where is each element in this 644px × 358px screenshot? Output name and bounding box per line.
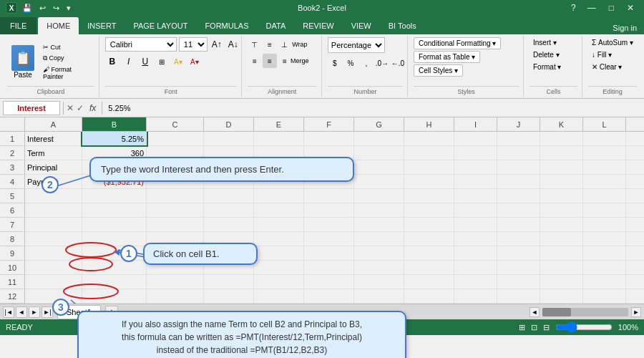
border-button[interactable]: ⊞ xyxy=(155,54,169,69)
cell-A2[interactable]: Term xyxy=(25,146,82,160)
page-layout-btn[interactable]: ⊞ xyxy=(519,323,525,332)
row-num-10[interactable]: 10 xyxy=(0,261,24,275)
cell-C7[interactable] xyxy=(147,218,204,231)
cell-B11[interactable] xyxy=(82,275,147,289)
cell-B6[interactable] xyxy=(82,203,147,217)
cell-K2[interactable] xyxy=(540,146,583,160)
cell-J11[interactable] xyxy=(497,275,540,289)
row-num-3[interactable]: 3 xyxy=(0,160,24,175)
cell-I6[interactable] xyxy=(454,203,497,217)
tab-insert[interactable]: INSERT xyxy=(79,17,125,34)
cell-M10[interactable] xyxy=(626,261,644,274)
cell-E11[interactable] xyxy=(254,275,304,289)
scroll-right-btn[interactable]: ► xyxy=(631,307,641,317)
cell-I9[interactable] xyxy=(454,246,497,260)
cell-G1[interactable] xyxy=(354,132,404,145)
row-num-11[interactable]: 11 xyxy=(0,275,24,289)
prev-sheet-btn[interactable]: ◄ xyxy=(16,306,27,318)
row-num-12[interactable]: 12 xyxy=(0,289,24,304)
cell-J4[interactable] xyxy=(497,175,540,188)
cell-H7[interactable] xyxy=(404,218,454,231)
cell-G3[interactable] xyxy=(354,160,404,174)
font-size-select[interactable]: 11 xyxy=(179,37,208,52)
fill-button[interactable]: ↓ Fill ▾ xyxy=(588,49,615,60)
cell-E8[interactable] xyxy=(254,232,304,246)
cell-H12[interactable] xyxy=(404,289,454,303)
save-quick-btn[interactable]: 💾 xyxy=(20,3,34,14)
tab-data[interactable]: DATA xyxy=(258,17,295,34)
cell-L3[interactable] xyxy=(583,160,626,174)
row-num-9[interactable]: 9 xyxy=(0,246,24,261)
next-sheet-btn[interactable]: ► xyxy=(29,306,40,318)
copy-button[interactable]: ⧉ Copy xyxy=(40,53,94,64)
cell-L8[interactable] xyxy=(583,232,626,246)
row-num-8[interactable]: 8 xyxy=(0,232,24,246)
name-box[interactable]: Interest xyxy=(3,101,60,115)
cell-C6[interactable] xyxy=(147,203,204,217)
cell-D11[interactable] xyxy=(204,275,254,289)
tab-review[interactable]: REVIEW xyxy=(294,17,342,34)
row-num-2[interactable]: 2 xyxy=(0,146,24,160)
cell-I4[interactable] xyxy=(454,175,497,188)
col-header-k[interactable]: K xyxy=(540,117,583,131)
customize-quick-btn[interactable]: ▾ xyxy=(64,3,73,14)
cell-J3[interactable] xyxy=(497,160,540,174)
tab-page-layout[interactable]: PAGE LAYOUT xyxy=(125,17,196,34)
cell-M12[interactable] xyxy=(626,289,644,303)
cell-J8[interactable] xyxy=(497,232,540,246)
cell-A6[interactable] xyxy=(25,203,82,217)
number-format-select[interactable]: Percentage General Number Currency xyxy=(328,37,385,53)
cell-H1[interactable] xyxy=(404,132,454,145)
cell-K1[interactable] xyxy=(540,132,583,145)
cell-L9[interactable] xyxy=(583,246,626,260)
cell-L5[interactable] xyxy=(583,189,626,203)
cell-A9[interactable] xyxy=(25,246,82,260)
increase-font-btn[interactable]: A↑ xyxy=(210,37,224,52)
cell-I7[interactable] xyxy=(454,218,497,231)
insert-button[interactable]: Insert ▾ xyxy=(530,37,560,48)
italic-button[interactable]: I xyxy=(122,54,136,69)
cell-G6[interactable] xyxy=(354,203,404,217)
scrollbar-thumb[interactable] xyxy=(542,308,571,316)
cell-G7[interactable] xyxy=(354,218,404,231)
cell-C11[interactable] xyxy=(147,275,204,289)
undo-quick-btn[interactable]: ↩ xyxy=(37,3,48,14)
cell-J7[interactable] xyxy=(497,218,540,231)
zoom-slider[interactable] xyxy=(555,321,613,333)
cell-F12[interactable] xyxy=(304,289,354,303)
tab-file[interactable]: FILE xyxy=(0,17,36,34)
format-as-table-button[interactable]: Format as Table ▾ xyxy=(414,51,480,63)
delete-button[interactable]: Delete ▾ xyxy=(530,49,563,60)
cell-H9[interactable] xyxy=(404,246,454,260)
cell-D7[interactable] xyxy=(204,218,254,231)
cell-I12[interactable] xyxy=(454,289,497,303)
align-bottom-btn[interactable]: ⊥ xyxy=(278,37,292,52)
decrease-font-btn[interactable]: A↓ xyxy=(226,37,240,52)
cell-K7[interactable] xyxy=(540,218,583,231)
accounting-format-btn[interactable]: $ xyxy=(328,56,342,70)
col-header-f[interactable]: F xyxy=(304,117,354,131)
cell-K9[interactable] xyxy=(540,246,583,260)
cell-K6[interactable] xyxy=(540,203,583,217)
row-num-7[interactable]: 7 xyxy=(0,218,24,232)
tab-view[interactable]: VIEW xyxy=(343,17,380,34)
cell-G10[interactable] xyxy=(354,261,404,274)
cell-M5[interactable] xyxy=(626,189,644,203)
cell-G5[interactable] xyxy=(354,189,404,203)
redo-quick-btn[interactable]: ↪ xyxy=(51,3,62,14)
font-color-button[interactable]: A▾ xyxy=(187,54,202,69)
cell-C5[interactable] xyxy=(147,189,204,203)
cell-K11[interactable] xyxy=(540,275,583,289)
cell-J5[interactable] xyxy=(497,189,540,203)
col-header-g[interactable]: G xyxy=(354,117,404,131)
cell-G8[interactable] xyxy=(354,232,404,246)
cut-button[interactable]: ✂ Cut xyxy=(40,42,94,52)
cell-A1[interactable]: Interest xyxy=(25,132,82,145)
cell-F1[interactable] xyxy=(304,132,354,145)
cell-M2[interactable] xyxy=(626,146,644,160)
align-left-btn[interactable]: ≡ xyxy=(248,54,262,68)
format-button[interactable]: Format ▾ xyxy=(530,62,565,72)
cell-E1[interactable] xyxy=(254,132,304,145)
col-header-b[interactable]: B xyxy=(82,117,147,131)
cell-G12[interactable] xyxy=(354,289,404,303)
